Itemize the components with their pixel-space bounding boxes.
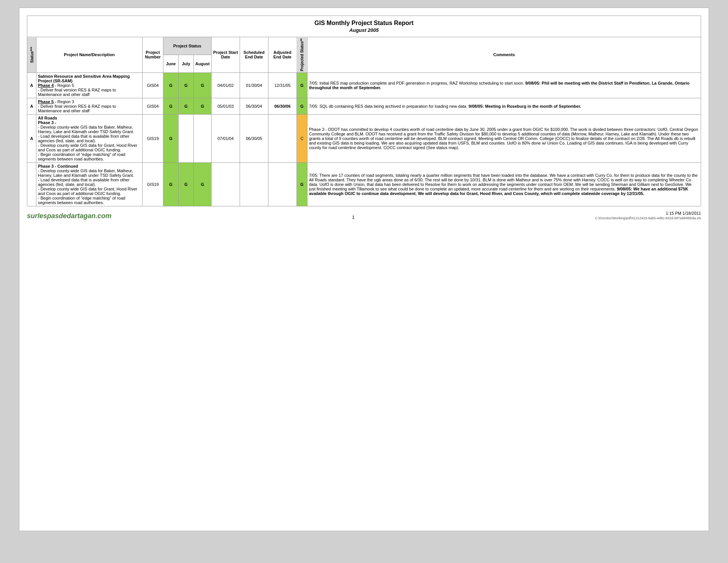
row2-proj-num: GIS04 [143,98,163,114]
row1-august: G [194,72,212,98]
row4-status [27,162,36,206]
row4-august: G [194,162,212,206]
row2-proj-status: G [297,98,307,114]
table-row: A Salmon Resource and Sensitive Area Map… [27,72,701,98]
row2-project-name: Phase 5 - Region 3 - Deliver final versi… [36,98,143,114]
row1-start: 04/01/02 [211,72,240,98]
page: GIS Monthly Project Status Report August… [19,8,709,531]
row2-status: A [27,98,36,114]
row3-project-name: All Roads Phase 3 - - Develop county-wid… [36,114,143,162]
row2-comments: 7/05: SQL db containing RES data being a… [307,98,701,114]
report-subtitle: August 2005 [29,27,699,35]
row1-june: G [163,72,179,98]
row1-project-name: Salmon Resource and Sensitive Area Mappi… [36,72,143,98]
row3-start: 07/01/04 [211,114,240,162]
row4-adj-end [268,162,297,206]
row3-sched-end: 06/30/05 [240,114,268,162]
row4-july: G [179,162,194,206]
project-status-header: Project Status [163,37,212,55]
row3-august [194,114,212,162]
row3-proj-status: C [297,114,307,162]
row3-june: G [163,114,179,162]
row3-adj-end [268,114,297,162]
row3-proj-num: GIS19 [143,114,163,162]
footer: surlespasdedartagan.com 1 1:15 PM 1/18/2… [27,211,701,220]
row3-july [179,114,194,162]
row3-status: A [27,114,36,162]
june-header: June [163,55,179,72]
row4-proj-status: G [297,162,307,206]
row1-comments: 7/05: Initial RES map production complet… [307,72,701,98]
row1-sched-end: 01/30/04 [240,72,268,98]
footer-logo: surlespasdedartagan.com [27,212,111,220]
row2-june: G [163,98,179,114]
row2-august: G [194,98,212,114]
row1-july: G [179,72,194,98]
start-date-header: Project Start Date [211,37,240,73]
august-header: August [194,55,212,72]
row4-proj-num: GIS19 [143,162,163,206]
row1-proj-num: GIS04 [143,72,163,98]
table-row: A All Roads Phase 3 - - Develop county-w… [27,114,701,162]
july-header: July [179,55,194,72]
row2-start: 05/01/03 [211,98,240,114]
report-title: GIS Monthly Project Status Report [29,17,699,27]
projected-status-header: Projected Status** [297,37,307,73]
scheduled-end-header: Scheduled End Date [240,37,268,73]
row4-sched-end [240,162,268,206]
table-row: Phase 3 - Continued - Develop county-wid… [27,162,701,206]
row1-proj-status: G [297,72,307,98]
row1-adj-end: 12/31/05 [268,72,297,98]
row2-adj-end: 06/30/06 [268,98,297,114]
row4-start [211,162,240,206]
row2-july: G [179,98,194,114]
project-name-header: Project Name/Description [36,37,143,73]
footer-page: 1 [352,215,355,220]
row4-project-name: Phase 3 - Continued - Develop county-wid… [36,162,143,206]
row4-june: G [163,162,179,206]
row1-status: A [27,72,36,98]
comments-header: Comments [307,37,701,73]
row3-comments: Phase 3 - ODOT has committed to develop … [307,114,701,162]
report-table: GIS Monthly Project Status Report August… [27,16,701,206]
adjusted-end-header: Adjusted End Date [268,37,297,73]
footer-right: 1:15 PM 1/18/2011 C:\Docstoc\Working\pdf… [595,211,701,220]
row4-comments: 7/05: There are 17 counties of road segm… [307,162,701,206]
status-header: Status*** [27,37,36,73]
project-number-header: Project Number [143,37,163,73]
table-row: A Phase 5 - Region 3 - Deliver final ver… [27,98,701,114]
row2-sched-end: 06/30/04 [240,98,268,114]
